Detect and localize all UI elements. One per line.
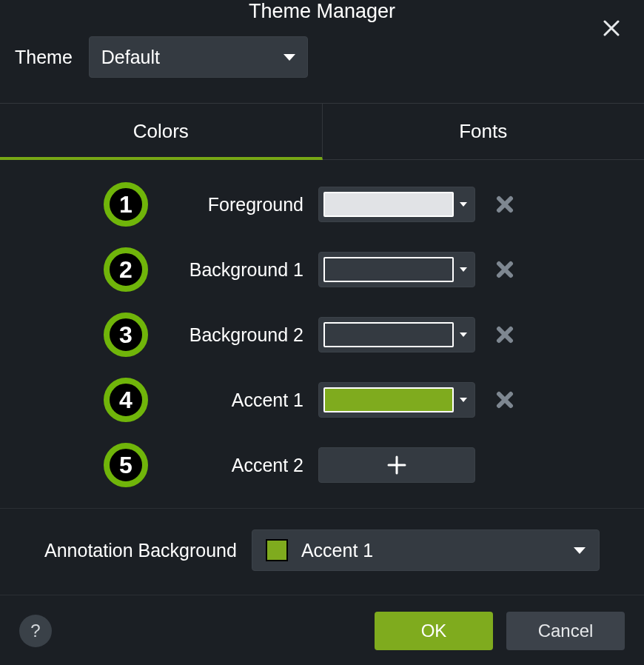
theme-manager-dialog: Theme Manager Theme Default Colors Fonts… [0,0,644,665]
chevron-down-icon [460,267,467,272]
help-button[interactable]: ? [19,615,52,647]
chevron-down-icon [284,54,295,61]
step-badge-5: 5 [104,443,148,487]
annotation-label: Annotation Background [44,540,237,561]
close-button[interactable] [600,16,623,40]
color-row-background-1: 2 Background 1 [0,247,644,292]
plus-icon [386,455,407,475]
step-badge-4: 4 [104,378,148,422]
color-row-background-2: 3 Background 2 [0,313,644,357]
remove-icon [496,391,514,409]
step-badge-3: 3 [104,313,148,357]
color-row-accent-1: 4 Accent 1 [0,378,644,422]
remove-icon [496,261,514,278]
theme-select[interactable]: Default [89,36,308,78]
swatch-preview [323,322,454,347]
remove-color-button[interactable] [490,255,520,284]
swatch-preview [323,192,454,217]
remove-color-button[interactable] [490,385,520,415]
row-label: Background 2 [163,324,303,346]
annotation-select-value: Accent 1 [301,540,373,561]
theme-label: Theme [15,47,73,68]
swatch-dropdown[interactable] [457,202,470,207]
row-label: Foreground [163,194,303,215]
color-row-accent-2: 5 Accent 2 [0,443,644,487]
step-badge-1: 1 [104,182,148,227]
add-color-button[interactable] [318,447,475,483]
cancel-button[interactable]: Cancel [506,612,625,650]
row-label: Accent 2 [163,455,303,476]
color-swatch-foreground[interactable] [318,187,475,222]
remove-color-button[interactable] [490,320,520,350]
step-badge-2: 2 [104,247,148,292]
chevron-down-icon [460,202,467,207]
row-label: Background 1 [163,259,303,281]
theme-row: Theme Default [0,23,644,103]
swatch-dropdown[interactable] [457,398,470,402]
color-swatch-background-1[interactable] [318,252,475,287]
swatch-dropdown[interactable] [457,332,470,337]
title-bar: Theme Manager [0,0,644,23]
tab-bar: Colors Fonts [0,103,644,160]
dialog-footer: ? OK Cancel [0,595,644,665]
color-swatch-accent-1[interactable] [318,382,475,418]
annotation-swatch-preview [266,539,288,561]
tab-fonts[interactable]: Fonts [323,104,645,160]
chevron-down-icon [460,332,467,337]
row-label: Accent 1 [163,390,303,411]
close-icon [603,20,620,36]
chevron-down-icon [460,398,467,402]
swatch-dropdown[interactable] [457,267,470,272]
remove-icon [496,326,514,344]
theme-select-value: Default [101,47,160,68]
color-swatch-background-2[interactable] [318,317,475,352]
tab-colors[interactable]: Colors [0,104,323,160]
swatch-preview [323,257,454,282]
annotation-select[interactable]: Accent 1 [252,529,600,571]
remove-color-button[interactable] [490,190,520,219]
color-row-foreground: 1 Foreground [0,182,644,227]
annotation-row: Annotation Background Accent 1 [0,509,644,595]
dialog-title: Theme Manager [249,0,395,23]
swatch-preview [323,387,454,412]
chevron-down-icon [574,547,586,554]
colors-panel: 1 Foreground 2 Background 1 3 Backgrou [0,160,644,508]
remove-icon [496,196,514,213]
ok-button[interactable]: OK [375,612,493,650]
